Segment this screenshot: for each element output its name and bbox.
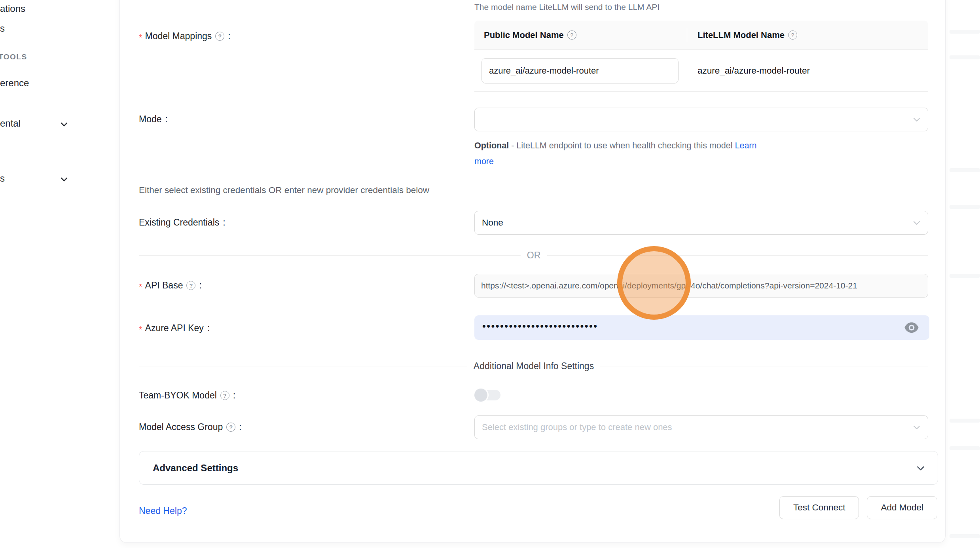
- chevron-down-icon: [915, 462, 927, 474]
- model-access-group-select[interactable]: [474, 415, 928, 439]
- public-model-name-input[interactable]: [481, 58, 679, 83]
- required-marker: *: [139, 32, 142, 43]
- advanced-settings-title: Advanced Settings: [153, 463, 238, 474]
- litellm-model-name-helper: The model name LiteLLM will send to the …: [474, 2, 660, 12]
- azure-api-key-label: * Azure API Key :: [139, 323, 210, 334]
- required-marker: *: [139, 324, 142, 335]
- model-access-group-input[interactable]: [482, 422, 899, 432]
- bg-row-line: [950, 30, 980, 34]
- table-header: Public Model Name ? LiteLLM Model Name ?: [474, 21, 928, 50]
- help-icon[interactable]: ?: [567, 30, 576, 40]
- add-model-card: The model name LiteLLM will send to the …: [119, 0, 946, 543]
- bg-row-line: [950, 205, 980, 209]
- help-icon[interactable]: ?: [226, 423, 235, 432]
- help-icon[interactable]: ?: [788, 30, 797, 40]
- sidebar-item-organizations[interactable]: ations: [0, 3, 25, 14]
- sidebar-item[interactable]: s: [0, 23, 5, 34]
- model-access-group-label: Model Access Group ? :: [139, 422, 242, 432]
- sidebar-item-experimental[interactable]: ental: [0, 118, 21, 129]
- help-icon[interactable]: ?: [220, 391, 229, 400]
- chevron-down-icon[interactable]: [59, 119, 69, 129]
- team-byok-toggle[interactable]: [475, 389, 500, 401]
- credentials-note: Either select existing credentials OR en…: [139, 185, 429, 195]
- existing-credentials-value: None: [482, 218, 503, 228]
- footer-buttons: Test Connect Add Model: [779, 496, 937, 519]
- bg-row-line: [950, 55, 980, 59]
- toggle-knob: [474, 389, 487, 402]
- model-mappings-label: * Model Mappings ? :: [139, 31, 231, 42]
- required-marker: *: [139, 282, 142, 292]
- bg-row-line: [950, 419, 980, 423]
- sidebar: ations s TOOLS erence ental s: [0, 0, 119, 548]
- existing-credentials-select[interactable]: None: [474, 211, 928, 235]
- team-byok-label: Team-BYOK Model ? :: [139, 390, 235, 401]
- table-row: azure_ai/azure-model-router: [474, 50, 928, 92]
- section-divider-label: Additional Model Info Settings: [467, 361, 600, 372]
- test-connect-button[interactable]: Test Connect: [779, 496, 859, 519]
- sidebar-item-settings[interactable]: s: [0, 173, 5, 184]
- existing-credentials-label: Existing Credentials :: [139, 217, 226, 228]
- add-model-button[interactable]: Add Model: [867, 496, 937, 519]
- chevron-down-icon: [912, 423, 921, 432]
- bg-row-line: [950, 534, 980, 538]
- mode-select[interactable]: [474, 108, 928, 131]
- litellm-model-name-header: LiteLLM Model Name ?: [687, 30, 928, 40]
- help-icon[interactable]: ?: [215, 32, 224, 41]
- or-divider-label: OR: [521, 250, 547, 261]
- chevron-down-icon[interactable]: [59, 174, 69, 184]
- api-base-input[interactable]: https://<test>.openai.azure.com/openai/d…: [474, 274, 928, 298]
- bg-row-line: [950, 168, 980, 172]
- need-help-link[interactable]: Need Help?: [139, 506, 187, 516]
- sidebar-item[interactable]: erence: [0, 78, 29, 89]
- masked-key-value: ••••••••••••••••••••••••••: [482, 320, 598, 332]
- litellm-model-name-value: azure_ai/azure-model-router: [698, 66, 810, 76]
- api-base-label: * API Base ? :: [139, 280, 202, 291]
- model-mappings-table: Public Model Name ? LiteLLM Model Name ?…: [474, 21, 928, 92]
- mode-label: Mode :: [139, 114, 168, 125]
- chevron-down-icon: [912, 115, 921, 124]
- add-model-page: ations s TOOLS erence ental s The model …: [0, 0, 980, 548]
- bg-row-line: [950, 446, 980, 450]
- help-icon[interactable]: ?: [186, 281, 195, 290]
- eye-icon[interactable]: [904, 322, 919, 334]
- mode-help-text: Optional - LiteLLM endpoint to use when …: [474, 138, 803, 169]
- advanced-settings-panel[interactable]: Advanced Settings: [139, 451, 938, 485]
- azure-api-key-input[interactable]: ••••••••••••••••••••••••••: [474, 315, 929, 340]
- bg-row-line: [950, 274, 980, 278]
- sidebar-section-tools: TOOLS: [0, 53, 27, 61]
- public-model-name-header: Public Model Name ?: [474, 28, 687, 42]
- chevron-down-icon: [912, 218, 921, 228]
